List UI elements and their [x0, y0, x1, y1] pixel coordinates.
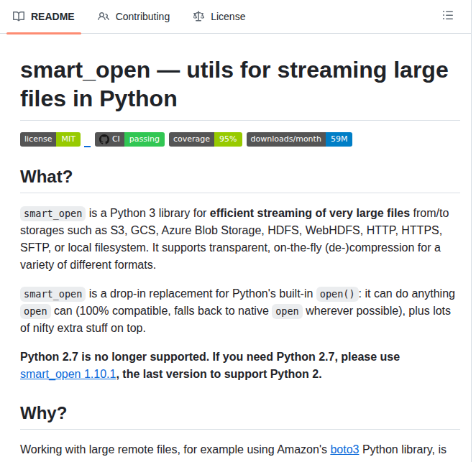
badge-label: CI: [95, 132, 124, 147]
readme-page: READMEContributingLicense smart_open — u…: [0, 0, 476, 462]
tab-license[interactable]: License: [186, 0, 252, 33]
text-link[interactable]: smart_open 1.10.1: [20, 368, 116, 380]
badge-coverage[interactable]: coverage95%: [169, 132, 242, 147]
readme-card: READMEContributingLicense smart_open — u…: [0, 0, 472, 462]
text-run: : it can do anything: [359, 287, 455, 300]
section-heading-what: What?: [20, 166, 460, 193]
text-link[interactable]: boto3: [330, 443, 359, 456]
inline-code: open(): [316, 287, 359, 302]
badge-label: license: [20, 132, 56, 147]
bold-text: efficient streaming of very large files: [210, 207, 410, 219]
tab-contributing[interactable]: Contributing: [91, 0, 178, 33]
paragraph: smart_open is a drop-in replacement for …: [20, 285, 460, 337]
badge-license[interactable]: licenseMIT: [20, 132, 81, 147]
people-icon: [98, 11, 109, 22]
badge-label-text: coverage: [173, 132, 210, 147]
sections-container: What?smart_open is a Python 3 library fo…: [20, 166, 460, 458]
tab-label: License: [211, 11, 245, 22]
text-run: is a drop-in replacement for Python's bu…: [86, 287, 316, 300]
law-icon: [193, 11, 204, 22]
badge-ci[interactable]: CIpassing: [95, 132, 165, 147]
text-run: Working with large remote files, for exa…: [20, 443, 330, 456]
badge-label: downloads/month: [247, 132, 326, 147]
page-title: smart_open — utils for streaming large f…: [20, 55, 460, 121]
inline-code: smart_open: [20, 206, 86, 221]
text-run: is a Python 3 library for: [86, 207, 210, 219]
tab-label: Contributing: [116, 11, 170, 22]
badge-value: passing: [124, 132, 165, 147]
badge-label-text: downloads/month: [251, 132, 321, 147]
inline-code: open: [272, 304, 303, 319]
bold-text: , the last version to support Python 2.: [116, 368, 321, 380]
paragraph: Python 2.7 is no longer supported. If yo…: [20, 348, 460, 383]
badge-value: 95%: [214, 132, 242, 147]
badge-value: 59M: [326, 132, 353, 147]
badge-label: coverage: [169, 132, 214, 147]
outline-button[interactable]: [435, 0, 461, 33]
bold-text: Python 2.7 is no longer supported. If yo…: [20, 351, 400, 363]
text-run: can (100% compatible, falls back to nati…: [51, 305, 273, 317]
badge-label-text: license: [24, 132, 52, 147]
paragraph: Working with large remote files, for exa…: [20, 441, 460, 458]
file-tabbar: READMEContributingLicense: [0, 0, 471, 34]
link-underline-artifact: [84, 146, 91, 147]
tab-readme[interactable]: README: [6, 0, 82, 33]
inline-code: open: [20, 304, 51, 319]
badges-row: licenseMITCIpassingcoverage95%downloads/…: [20, 132, 460, 147]
book-icon: [13, 11, 24, 22]
badge-downloads-month[interactable]: downloads/month59M: [247, 132, 353, 147]
list-unordered-icon: [442, 9, 454, 24]
tab-label: README: [31, 11, 75, 22]
badge-label-text: CI: [112, 132, 120, 147]
tabbar-spacer: [252, 0, 435, 33]
markdown-body: smart_open — utils for streaming large f…: [0, 34, 471, 458]
paragraph: smart_open is a Python 3 library for eff…: [20, 205, 460, 274]
inline-code: smart_open: [20, 287, 86, 302]
github-logo-icon: [99, 134, 109, 144]
text-run: Python library, is: [359, 443, 447, 456]
section-heading-why: Why?: [20, 402, 460, 430]
badge-value: MIT: [56, 132, 80, 147]
